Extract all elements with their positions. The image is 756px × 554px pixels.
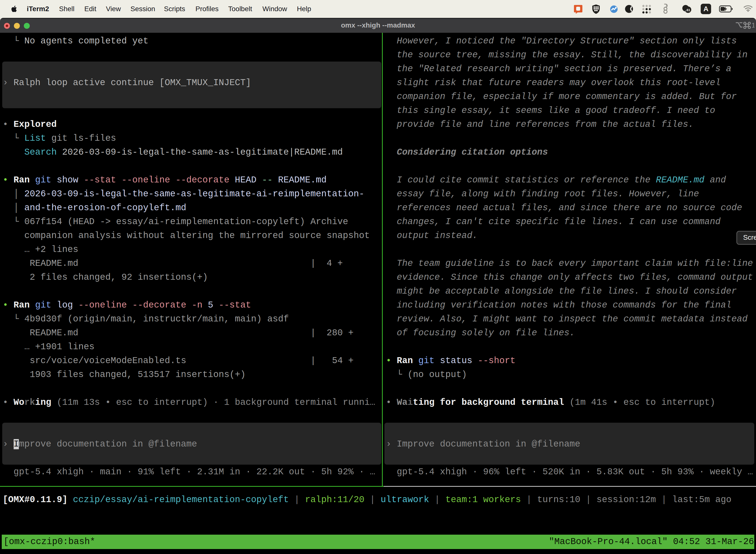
svg-text:1: 1 bbox=[752, 22, 755, 29]
svg-text:..61: ..61 bbox=[685, 8, 690, 12]
